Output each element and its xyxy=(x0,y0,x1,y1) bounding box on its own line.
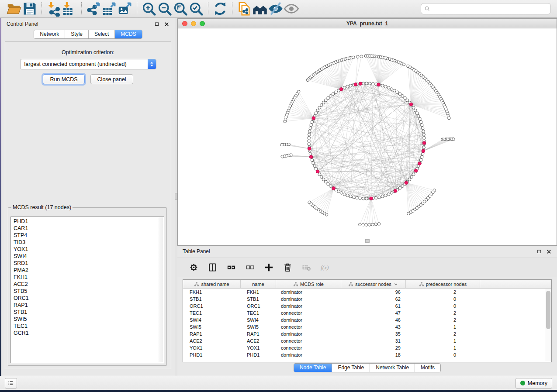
table-row[interactable]: YOX1YOX1connector291 xyxy=(183,344,545,351)
table-scrollbar-thumb[interactable] xyxy=(546,291,550,329)
mcds-result-item[interactable]: SWI4 xyxy=(11,253,164,260)
close-panel-button[interactable]: Close panel xyxy=(90,74,133,84)
close-window-button[interactable] xyxy=(182,21,187,26)
tab-network[interactable]: Network xyxy=(34,30,65,38)
column-header-predecessor-nodes[interactable]: predecessor nodes xyxy=(406,280,480,288)
open-icon xyxy=(6,1,22,17)
maximize-window-button[interactable] xyxy=(200,21,205,26)
tab-edge-table[interactable]: Edge Table xyxy=(332,364,370,372)
tab-mcds[interactable]: MCDS xyxy=(115,30,142,38)
column-header-MCDS-role[interactable]: MCDS role xyxy=(276,280,341,288)
save-button[interactable] xyxy=(22,2,38,16)
zoom-selected-button[interactable] xyxy=(188,2,204,16)
mcds-result-item[interactable]: YOX1 xyxy=(11,246,164,253)
run-mcds-button[interactable]: Run MCDS xyxy=(43,74,84,84)
duplicate-network-button[interactable] xyxy=(236,2,252,16)
show-all-icon xyxy=(284,1,299,17)
mcds-result-item[interactable]: PMA2 xyxy=(11,267,164,274)
mcds-result-item[interactable]: TEC1 xyxy=(11,323,164,330)
close-panel-icon[interactable] xyxy=(164,21,170,27)
memory-button[interactable]: Memory xyxy=(515,378,552,389)
table-row[interactable]: PHD1PHD1dominator180 xyxy=(183,351,545,358)
open-button[interactable] xyxy=(6,2,22,16)
zoom-out-button[interactable] xyxy=(157,2,173,16)
export-image-button[interactable] xyxy=(117,2,133,16)
float-panel-icon[interactable] xyxy=(154,21,160,27)
mcds-result-item[interactable]: SWI5 xyxy=(11,316,164,323)
list-scrollbar[interactable] xyxy=(158,217,163,362)
columns-button[interactable] xyxy=(207,262,218,273)
canvas-splitter-grip[interactable] xyxy=(365,239,370,243)
mcds-result-item[interactable]: STB5 xyxy=(11,288,164,295)
table-row[interactable]: STB1STB1dominator620 xyxy=(183,296,545,303)
table-scrollbar[interactable] xyxy=(545,289,551,362)
tab-node-table[interactable]: Node Table xyxy=(294,364,332,372)
main-region: Control Panel NetworkStyleSelectMCDS Opt… xyxy=(0,18,557,376)
show-all-button[interactable] xyxy=(284,2,299,16)
refresh-button[interactable] xyxy=(212,2,228,16)
table-row[interactable]: ACE2ACE2connector311 xyxy=(183,337,545,344)
table-cell: connector xyxy=(276,337,341,344)
table-cell: STB1 xyxy=(183,296,241,303)
mcds-result-list[interactable]: PHD1CAR1STP4TID3YOX1SWI4SRD1PMA2FKH1ACE2… xyxy=(10,217,164,363)
network-canvas[interactable] xyxy=(178,28,557,245)
criterion-select[interactable]: largest connected component (undirected) xyxy=(20,59,156,69)
save-icon xyxy=(22,1,38,17)
mcds-result-item[interactable]: ORC1 xyxy=(11,295,164,302)
mcds-result-item[interactable]: FKH1 xyxy=(11,274,164,281)
list-icon xyxy=(7,380,14,387)
table-row[interactable]: ORC1ORC1dominator610 xyxy=(183,303,545,309)
import-table-button[interactable] xyxy=(62,2,77,16)
table-row[interactable]: FKH1FKH1dominator962 xyxy=(183,289,545,296)
table-body: FKH1FKH1dominator962STB1STB1dominator620… xyxy=(183,289,545,362)
status-bar: Memory xyxy=(0,376,557,390)
tab-select[interactable]: Select xyxy=(89,30,115,38)
trash-button[interactable] xyxy=(282,262,293,273)
import-network-button[interactable] xyxy=(46,2,62,16)
gear-button[interactable] xyxy=(188,262,199,273)
column-header-successor-nodes[interactable]: successor nodes xyxy=(341,280,406,288)
mcds-result-item[interactable]: PHD1 xyxy=(11,218,164,225)
mcds-result-item[interactable]: RAP1 xyxy=(11,302,164,309)
table-cell: PHD1 xyxy=(241,351,276,358)
tab-network-table[interactable]: Network Table xyxy=(370,364,415,372)
network-titlebar[interactable]: YPA_prune.txt_1 xyxy=(178,19,557,28)
leaf-nodes[interactable] xyxy=(280,55,455,227)
table-row[interactable]: SWI4SWI4dominator462 xyxy=(183,316,545,323)
table-row[interactable]: TEC1TEC1connector472 xyxy=(183,309,545,316)
column-header-name[interactable]: name xyxy=(241,280,276,288)
tab-style[interactable]: Style xyxy=(65,30,89,38)
hide-selected-button[interactable] xyxy=(268,2,284,16)
table-cell: connector xyxy=(276,309,341,316)
mcds-result-item[interactable]: TID3 xyxy=(11,239,164,246)
hide-selected-icon xyxy=(268,1,284,17)
export-network-button[interactable] xyxy=(86,2,101,16)
add-button[interactable] xyxy=(263,262,274,273)
unselect-all-button[interactable] xyxy=(244,262,256,273)
float-table-panel-icon[interactable] xyxy=(536,249,542,254)
minimize-window-button[interactable] xyxy=(191,21,196,26)
search-input[interactable] xyxy=(431,6,548,12)
mcds-result-item[interactable]: STP4 xyxy=(11,232,164,239)
close-table-panel-icon[interactable] xyxy=(546,249,552,254)
search-box[interactable] xyxy=(421,3,551,14)
first-neighbors-button[interactable] xyxy=(252,2,268,16)
mcds-result-item[interactable]: GCR1 xyxy=(11,330,164,337)
network-graph[interactable] xyxy=(178,28,557,246)
control-panel-tabs: NetworkStyleSelectMCDS xyxy=(34,30,142,39)
table-row[interactable]: RAP1RAP1dominator352 xyxy=(183,330,545,337)
table-row[interactable]: SWI5SWI5connector431 xyxy=(183,323,545,330)
zoom-in-button[interactable] xyxy=(141,2,157,16)
panel-list-button[interactable] xyxy=(5,378,17,389)
mcds-result-item[interactable]: STB1 xyxy=(11,309,164,316)
tab-motifs[interactable]: Motifs xyxy=(415,364,440,372)
toolbar-separator xyxy=(232,2,232,15)
export-table-button[interactable] xyxy=(101,2,117,16)
select-all-button[interactable] xyxy=(225,262,237,273)
column-header-shared-name[interactable]: shared name xyxy=(183,280,241,288)
mcds-result-item[interactable]: CAR1 xyxy=(11,225,164,232)
mcds-result-item[interactable]: SRD1 xyxy=(11,260,164,267)
mcds-result-item[interactable]: ACE2 xyxy=(11,281,164,288)
gear-icon xyxy=(189,262,199,272)
zoom-fit-button[interactable] xyxy=(173,2,188,16)
